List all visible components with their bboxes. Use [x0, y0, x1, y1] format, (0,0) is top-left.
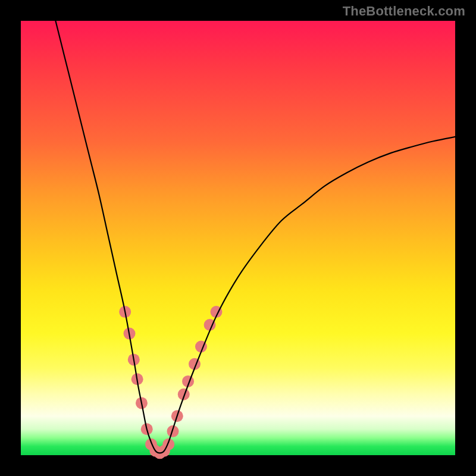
marker-dot [162, 439, 174, 450]
chart-svg [21, 21, 455, 455]
chart-frame: TheBottleneck.com [0, 0, 476, 476]
watermark-text: TheBottleneck.com [343, 4, 465, 19]
plot-area [21, 21, 455, 455]
bottleneck-curve [55, 21, 455, 453]
